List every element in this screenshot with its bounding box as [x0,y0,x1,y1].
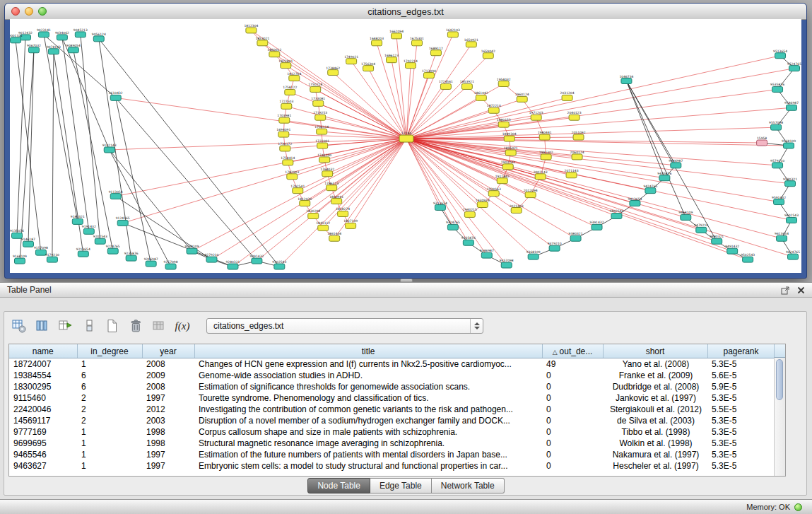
graph-node[interactable] [671,163,681,168]
graph-node[interactable] [566,173,577,178]
graph-edge-red[interactable] [406,69,794,139]
graph-node[interactable] [505,150,516,156]
graph-edge-red[interactable] [274,54,406,139]
table-disabled-icon[interactable] [150,317,168,335]
graph-node[interactable] [789,66,800,71]
close-panel-icon[interactable] [797,286,805,294]
graph-node[interactable] [75,32,86,37]
graph-node[interactable] [187,248,197,254]
graph-node[interactable] [488,191,499,197]
graph-node[interactable] [430,50,441,56]
graph-node[interactable] [727,248,738,254]
graph-edge-red[interactable] [392,60,406,139]
table-row[interactable]: 946554611997Estimation of the future num… [9,449,775,460]
graph-node[interactable] [346,223,356,228]
graph-node[interactable] [72,218,83,224]
graph-node[interactable] [317,143,328,148]
graph-node[interactable] [322,171,333,177]
graph-node[interactable] [461,83,472,89]
float-panel-icon[interactable] [781,286,790,295]
table-row[interactable]: 2242004622012Investigating the contribut… [9,404,775,415]
graph-node[interactable] [329,235,340,241]
graph-edge-red[interactable] [192,139,406,251]
graph-node[interactable] [440,83,451,89]
graph-node[interactable] [281,103,292,109]
network-canvas[interactable]: 1812304185302118600121872841181276417581… [10,19,801,273]
graph-node[interactable] [363,66,374,71]
graph-node[interactable] [308,213,319,218]
graph-node[interactable] [757,140,767,146]
graph-edge-red[interactable] [406,139,469,243]
graph-node[interactable] [464,211,475,217]
graph-node[interactable] [328,70,339,76]
column-header-short[interactable]: short [603,344,707,358]
import-table-icon[interactable] [57,317,75,335]
graph-node[interactable] [28,47,39,53]
graph-edge-red[interactable] [318,103,406,139]
graph-node[interactable] [784,143,794,148]
table-row[interactable]: 1938455462009Genome-wide association stu… [9,370,775,381]
graph-node[interactable] [246,28,257,33]
graph-node[interactable] [93,36,104,42]
tab-node-table[interactable]: Node Table [307,478,370,493]
graph-node[interactable] [95,238,105,244]
graph-edge-red[interactable] [315,89,406,139]
graph-node[interactable] [498,81,509,87]
graph-edge-red[interactable] [406,89,777,139]
graph-edge-black[interactable] [16,40,41,252]
graph-edge-black[interactable] [62,37,110,150]
graph-node[interactable] [572,154,582,160]
graph-node[interactable] [48,49,59,54]
graph-node[interactable] [463,240,473,245]
graph-node[interactable] [392,33,402,39]
graph-edge-black[interactable] [116,98,257,261]
graph-node[interactable] [659,175,670,181]
graph-node[interactable] [279,117,290,123]
graph-node[interactable] [274,264,285,269]
graph-node[interactable] [10,37,20,43]
graph-node[interactable] [517,96,527,102]
graph-node[interactable] [447,32,458,37]
graph-node[interactable] [411,40,422,46]
graph-node[interactable] [504,136,514,141]
graph-node[interactable] [777,235,787,241]
graph-node[interactable] [280,146,290,151]
graph-node[interactable] [110,95,121,100]
graph-node[interactable] [435,205,445,211]
column-header-in_degree[interactable]: in_degree [77,344,142,358]
column-header-name[interactable]: name [9,344,77,358]
graph-node[interactable] [423,73,434,78]
graph-node[interactable] [83,228,94,234]
graph-node[interactable] [57,35,67,40]
column-header-out_degree[interactable]: △out_de... [542,344,603,358]
graph-node[interactable] [787,105,797,110]
graph-node[interactable] [287,174,298,180]
graph-node[interactable] [126,255,136,261]
graph-edge-red[interactable] [406,127,776,139]
graph-node[interactable] [78,251,88,257]
graph-node[interactable] [775,53,786,59]
tab-network-table[interactable]: Network Table [432,478,505,493]
graph-edge-red[interactable] [343,139,406,214]
graph-node[interactable] [569,115,579,120]
tab-edge-table[interactable]: Edge Table [370,478,432,493]
graph-edge-red[interactable] [406,139,790,184]
graph-node[interactable] [104,147,114,153]
graph-node[interactable] [787,217,797,223]
graph-edge-red[interactable] [406,107,792,139]
graph-node[interactable] [498,122,509,127]
graph-node[interactable] [592,224,602,230]
graph-edge-red[interactable] [351,139,406,226]
scrollbar-thumb[interactable] [776,359,783,400]
graph-node[interactable] [317,129,327,134]
graph-node[interactable] [539,134,550,140]
graph-node[interactable] [541,154,551,160]
column-header-year[interactable]: year [142,344,194,358]
table-row[interactable]: 1456911722003Disruption of a novel membe… [9,415,775,426]
graph-node[interactable] [497,178,507,184]
graph-node[interactable] [283,160,293,165]
graph-node[interactable] [313,100,324,106]
graph-node[interactable] [466,42,476,47]
graph-node[interactable] [483,53,493,59]
graph-node[interactable] [573,134,584,140]
